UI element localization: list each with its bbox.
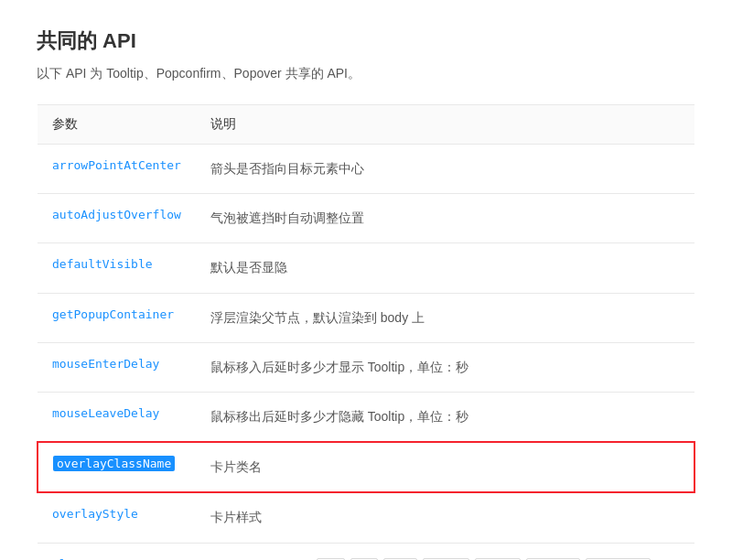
table-row: mouseLeaveDelay鼠标移出后延时多少才隐藏 Tooltip，单位：秒 (38, 392, 694, 442)
param-name: arrowPointAtCenter (52, 158, 181, 172)
param-name: overlayStyle (52, 507, 138, 521)
param-cell: overlayClassName (38, 442, 196, 492)
table-row: autoAdjustOverflow气泡被遮挡时自动调整位置 (38, 194, 694, 243)
table-row: placement气泡框位置，可选 topleftrightbottomtopL… (38, 543, 694, 560)
param-name: mouseEnterDelay (52, 357, 159, 371)
param-name: mouseLeaveDelay (52, 406, 159, 420)
desc-cell: 气泡框位置，可选 topleftrightbottomtopLefttopRig… (196, 543, 694, 560)
table-row: getPopupContainer浮层渲染父节点，默认渲染到 body 上 (38, 293, 694, 342)
param-cell: autoAdjustOverflow (38, 194, 196, 243)
desc-cell: 卡片样式 (196, 492, 694, 543)
desc-cell: 箭头是否指向目标元素中心 (196, 145, 694, 194)
col-header-param: 参数 (38, 105, 196, 145)
param-cell: arrowPointAtCenter (38, 145, 196, 194)
param-cell: mouseLeaveDelay (38, 392, 196, 442)
table-row: overlayClassName卡片类名 (38, 442, 694, 492)
param-name: getPopupContainer (52, 307, 174, 321)
desc-tags-wrap: 气泡框位置，可选 topleftrightbottomtopLefttopRig… (210, 556, 680, 561)
table-header-row: 参数 说明 (38, 105, 694, 145)
param-cell: mouseEnterDelay (38, 342, 196, 392)
page-description: 以下 API 为 Tooltip、Popconfirm、Popover 共享的 … (37, 66, 695, 82)
table-row: mouseEnterDelay鼠标移入后延时多少才显示 Tooltip，单位：秒 (38, 342, 694, 392)
table-row: arrowPointAtCenter箭头是否指向目标元素中心 (38, 145, 694, 194)
table-row: defaultVisible默认是否显隐 (38, 243, 694, 293)
param-name: placement (52, 557, 116, 561)
api-table: 参数 说明 arrowPointAtCenter箭头是否指向目标元素中心auto… (37, 104, 695, 560)
param-name: overlayClassName (53, 456, 175, 471)
param-name: autoAdjustOverflow (52, 208, 181, 221)
desc-cell: 鼠标移入后延时多少才显示 Tooltip，单位：秒 (196, 342, 694, 392)
param-name: defaultVisible (52, 257, 153, 271)
desc-cell: 浮层渲染父节点，默认渲染到 body 上 (196, 293, 694, 342)
page-title: 共同的 API (37, 27, 695, 55)
desc-cell: 气泡被遮挡时自动调整位置 (196, 194, 694, 243)
table-row: overlayStyle卡片样式 (38, 492, 694, 543)
param-cell: defaultVisible (38, 243, 196, 293)
desc-cell: 鼠标移出后延时多少才隐藏 Tooltip，单位：秒 (196, 392, 694, 442)
col-header-desc: 说明 (196, 105, 694, 145)
desc-cell: 卡片类名 (196, 442, 694, 492)
param-cell: placement (38, 543, 196, 560)
desc-cell: 默认是否显隐 (196, 243, 694, 293)
param-cell: overlayStyle (38, 492, 196, 543)
param-cell: getPopupContainer (38, 293, 196, 342)
